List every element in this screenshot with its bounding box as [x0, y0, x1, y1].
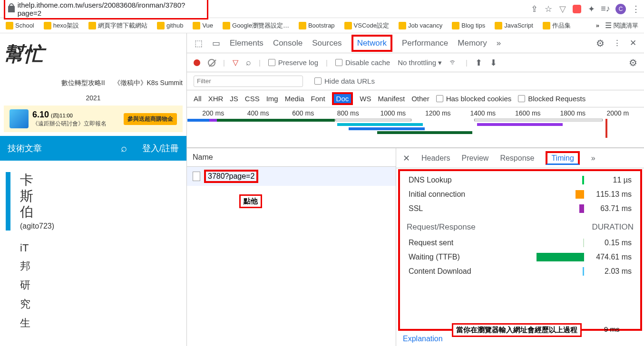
- more-icon[interactable]: ⋮: [613, 38, 621, 48]
- bookmarks-more[interactable]: »: [596, 22, 599, 29]
- promo-banner[interactable]: 6.10 (四)11:00 《遠距辦公研討會》立即報名 參與送超商購物金: [4, 106, 183, 132]
- bookmark-item[interactable]: github: [153, 21, 187, 30]
- bookmark-item[interactable]: Blog tips: [448, 21, 489, 30]
- download-icon[interactable]: ⬇: [490, 58, 497, 68]
- throttling-select[interactable]: No throttling ▾: [398, 58, 442, 67]
- type-media[interactable]: Media: [285, 95, 304, 103]
- bookmark-item[interactable]: Google瀏覽器設定…: [219, 20, 293, 31]
- share-icon[interactable]: ⇪: [530, 5, 538, 13]
- gear-icon[interactable]: ⚙: [629, 57, 637, 68]
- bookmark-item[interactable]: Vue: [189, 21, 217, 30]
- device-icon[interactable]: ▭: [212, 38, 220, 48]
- filter-input[interactable]: [194, 76, 303, 87]
- folder-icon: [223, 22, 230, 29]
- banner-date-big: 6.10: [32, 110, 49, 119]
- tab-elements[interactable]: Elements: [230, 38, 263, 48]
- list-icon: ☰: [605, 21, 612, 30]
- folder-icon: [344, 22, 352, 29]
- close-icon[interactable]: ✕: [403, 153, 410, 163]
- type-img[interactable]: Img: [266, 95, 278, 103]
- tab-headers[interactable]: Headers: [421, 154, 450, 163]
- network-toolbar: | ▽ ⌕ | Preserve log | Disable cache No …: [187, 53, 644, 72]
- folder-icon: [399, 22, 406, 29]
- search-icon[interactable]: ⌕: [121, 142, 127, 154]
- type-css[interactable]: CSS: [245, 95, 260, 103]
- filter-icon[interactable]: ▽: [233, 58, 238, 67]
- folder-icon: [299, 22, 306, 29]
- bookmark-item[interactable]: JavaScript: [491, 21, 537, 30]
- site-logo: 幫忙: [0, 33, 186, 75]
- type-doc[interactable]: Doc: [332, 92, 353, 105]
- waterfall-overview[interactable]: 200 ms400 ms600 ms800 ms1000 ms1200 ms14…: [187, 107, 644, 148]
- type-js[interactable]: JS: [230, 95, 238, 103]
- bookmark-item[interactable]: 網頁字體下載網站: [85, 20, 151, 31]
- folder-icon: [44, 22, 51, 29]
- extension-icon-2[interactable]: [573, 5, 581, 13]
- upload-icon[interactable]: ⬆: [475, 58, 482, 68]
- banner-button[interactable]: 參與送超商購物金: [124, 113, 177, 125]
- bookmark-item[interactable]: Job vacancy: [395, 21, 446, 30]
- close-icon[interactable]: ✕: [630, 38, 636, 48]
- wifi-icon[interactable]: ᯤ: [449, 58, 458, 67]
- detail-more[interactable]: »: [591, 154, 595, 163]
- type-xhr[interactable]: XHR: [208, 95, 224, 103]
- name-column-header[interactable]: Name: [187, 148, 396, 167]
- tab-performance[interactable]: Performance: [402, 38, 448, 48]
- tab-sources[interactable]: Sources: [312, 38, 342, 48]
- clear-icon[interactable]: [208, 59, 215, 67]
- nav-link[interactable]: 《徵稿中》K8s Summit: [114, 79, 183, 87]
- type-manifest[interactable]: Manifest: [378, 95, 405, 103]
- bookmark-item[interactable]: Bootstrap: [295, 21, 339, 30]
- type-font[interactable]: Font: [311, 95, 325, 103]
- blocked-requests-checkbox[interactable]: Blocked Requests: [518, 95, 585, 103]
- trailing-text: 9 ms: [604, 325, 620, 333]
- menu-tech-articles[interactable]: 技術文章: [8, 143, 42, 154]
- preserve-log-checkbox[interactable]: Preserve log: [268, 58, 318, 67]
- tab-timing[interactable]: Timing: [546, 151, 579, 165]
- tab-network[interactable]: Network: [351, 35, 392, 52]
- hide-urls-checkbox[interactable]: Hide data URLs: [314, 77, 375, 85]
- puzzle-icon[interactable]: ✦: [587, 5, 595, 13]
- reading-list[interactable]: ☰閱讀清單: [601, 20, 642, 31]
- profile-handle: (agito723): [20, 222, 54, 231]
- tab-preview[interactable]: Preview: [461, 154, 488, 163]
- type-other[interactable]: Other: [411, 95, 429, 103]
- tab-console[interactable]: Console: [273, 38, 302, 48]
- blocked-cookies-checkbox[interactable]: Has blocked cookies: [436, 95, 512, 103]
- type-ws[interactable]: WS: [360, 95, 371, 103]
- menu-icon[interactable]: ⋮: [632, 5, 640, 13]
- search-icon[interactable]: ⌕: [246, 58, 251, 67]
- profile-side-links: iT 邦 研 究 生: [20, 242, 186, 330]
- nav-link: 2021: [0, 94, 186, 102]
- playlist-icon[interactable]: ≡♪: [601, 5, 610, 13]
- bookmark-item[interactable]: School: [2, 21, 38, 30]
- profile-accent-bar: [6, 172, 10, 231]
- bookmark-item[interactable]: VSCode設定: [341, 20, 393, 31]
- request-name: 3780?page=2: [204, 170, 258, 183]
- avatar[interactable]: C: [615, 4, 626, 14]
- request-list: Name 3780?page=2 點他: [187, 148, 396, 346]
- chevron-down-icon: ▾: [438, 58, 442, 67]
- nav-link[interactable]: 數位轉型攻略II: [61, 79, 105, 87]
- tab-memory[interactable]: Memory: [458, 38, 487, 48]
- lock-icon: [8, 6, 15, 12]
- tabs-more[interactable]: »: [497, 38, 501, 48]
- banner-image: [10, 109, 29, 128]
- type-all[interactable]: All: [194, 95, 202, 103]
- folder-icon: [193, 22, 200, 29]
- timing-bar: [579, 204, 584, 213]
- annotation-click: 點他: [239, 194, 262, 208]
- url-text[interactable]: ithelp.ithome.com.tw/users/20083608/iron…: [18, 1, 204, 17]
- star-icon[interactable]: ☆: [544, 5, 553, 13]
- disable-cache-checkbox[interactable]: Disable cache: [335, 58, 390, 67]
- menu-login[interactable]: 登入/註冊: [142, 143, 179, 154]
- request-row[interactable]: 3780?page=2: [187, 167, 396, 186]
- record-icon[interactable]: [194, 59, 200, 66]
- gear-icon[interactable]: ⚙: [596, 38, 605, 49]
- bookmark-item[interactable]: hexo架設: [40, 20, 83, 31]
- extension-icon[interactable]: ▽: [558, 5, 567, 13]
- timing-bar: [576, 190, 584, 199]
- inspect-icon[interactable]: ⬚: [195, 38, 203, 48]
- tab-response[interactable]: Response: [500, 154, 534, 163]
- bookmark-item[interactable]: 作品集: [539, 20, 575, 31]
